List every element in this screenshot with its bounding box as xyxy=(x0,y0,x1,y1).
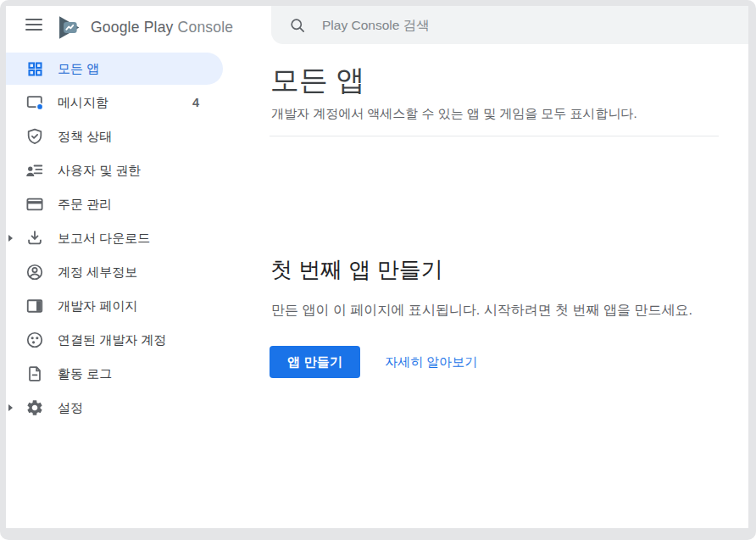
sidebar-item-order-management[interactable]: 주문 관리 xyxy=(6,187,223,221)
activity-log-icon xyxy=(25,365,44,383)
play-console-window: Google Play Console 모든 앱 xyxy=(6,6,748,528)
sidebar-item-label: 보고서 다운로드 xyxy=(58,231,150,247)
sidebar-item-label: 활동 로그 xyxy=(58,366,112,382)
page-title: 모든 앱 xyxy=(270,63,725,97)
settings-gear-icon xyxy=(25,398,44,417)
shield-check-icon xyxy=(25,127,44,146)
sidebar-item-label: 사용자 및 권한 xyxy=(58,163,141,179)
create-app-button[interactable]: 앱 만들기 xyxy=(270,346,360,378)
sidebar-item-users-permissions[interactable]: 사용자 및 권한 xyxy=(6,153,223,187)
section-divider xyxy=(270,136,719,136)
sidebar-item-all-apps[interactable]: 모든 앱 xyxy=(6,53,223,85)
sidebar-item-settings[interactable]: 설정 xyxy=(6,391,223,425)
sidebar-item-developer-page[interactable]: 개발자 페이지 xyxy=(6,289,223,323)
sidebar-item-account-details[interactable]: 계정 세부정보 xyxy=(6,255,223,289)
sidebar-item-label: 정책 상태 xyxy=(58,129,112,145)
page-subtitle: 개발자 계정에서 액세스할 수 있는 앱 및 게임을 모두 표시합니다. xyxy=(271,105,725,122)
expand-arrow-icon[interactable] xyxy=(8,235,13,242)
search-input[interactable] xyxy=(320,17,697,34)
sidebar-item-label: 주문 관리 xyxy=(58,197,112,213)
search-bar[interactable] xyxy=(271,6,748,44)
window-frame: Google Play Console 모든 앱 xyxy=(0,0,756,540)
sidebar-item-activity-log[interactable]: 활동 로그 xyxy=(6,357,223,391)
sidebar-item-linked-developer-accounts[interactable]: 연결된 개발자 계정 xyxy=(6,323,223,357)
menu-hamburger-icon[interactable] xyxy=(25,19,42,31)
google-play-console-logo: Google Play Console xyxy=(55,9,233,45)
empty-state-actions: 앱 만들기 자세히 알아보기 xyxy=(270,346,725,378)
sidebar-item-label: 개발자 페이지 xyxy=(58,298,137,315)
apps-grid-icon xyxy=(25,59,44,78)
sidebar-item-label: 모든 앱 xyxy=(58,61,99,77)
inbox-count-badge: 4 xyxy=(192,96,199,109)
search-icon xyxy=(289,17,306,34)
download-icon xyxy=(25,229,44,248)
sidebar-item-label: 메시지함 xyxy=(58,95,108,111)
sidebar-item-label: 설정 xyxy=(58,400,83,416)
expand-arrow-icon[interactable] xyxy=(8,404,13,411)
sidebar-item-inbox[interactable]: 메시지함 4 xyxy=(6,86,223,120)
sidebar-item-policy-status[interactable]: 정책 상태 xyxy=(6,120,223,153)
linked-accounts-icon xyxy=(25,331,44,349)
empty-state-title: 첫 번째 앱 만들기 xyxy=(270,255,725,284)
logo-wordmark: Google Play Console xyxy=(91,19,233,36)
sidebar-item-label: 연결된 개발자 계정 xyxy=(58,332,166,348)
sidebar-item-download-reports[interactable]: 보고서 다운로드 xyxy=(6,221,223,255)
empty-state-description: 만든 앱이 이 페이지에 표시됩니다. 시작하려면 첫 번째 앱을 만드세요. xyxy=(271,301,725,320)
users-icon xyxy=(25,161,44,180)
play-logo-icon xyxy=(55,14,83,42)
learn-more-link[interactable]: 자세히 알아보기 xyxy=(385,354,477,370)
sidebar: 모든 앱 메시지함 4 정책 상태 xyxy=(6,52,271,425)
developer-page-icon xyxy=(25,297,44,315)
account-circle-icon xyxy=(25,263,44,281)
main-content: 모든 앱 개발자 계정에서 액세스할 수 있는 앱 및 게임을 모두 표시합니다… xyxy=(270,44,725,378)
inbox-icon xyxy=(25,93,44,112)
sidebar-item-label: 계정 세부정보 xyxy=(58,264,137,281)
credit-card-icon xyxy=(25,195,44,214)
